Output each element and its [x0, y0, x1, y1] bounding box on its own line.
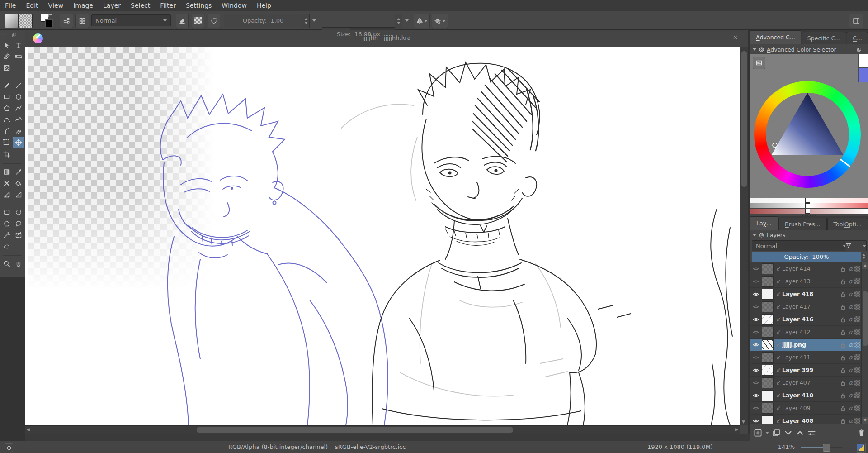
layer-row[interactable]: Layer 417α	[750, 300, 868, 313]
shade-handle[interactable]	[805, 209, 810, 214]
alpha-lock-icon[interactable]: α	[849, 354, 853, 361]
vscroll-thumb[interactable]	[741, 51, 747, 187]
close-document-icon[interactable]	[732, 34, 738, 40]
tab-specificc[interactable]: Specific C...	[802, 32, 846, 44]
layer-visibility-toggle[interactable]	[750, 405, 762, 412]
layer-visibility-toggle[interactable]	[750, 316, 762, 323]
menu-settings[interactable]: Settings	[181, 0, 217, 11]
tool-pattern-edit[interactable]	[1, 62, 12, 73]
layer-thumbnail[interactable]	[762, 314, 774, 325]
zoom-slider-handle[interactable]	[823, 444, 830, 452]
mirror-vertical-button[interactable]	[432, 14, 448, 28]
layer-visibility-toggle[interactable]	[750, 291, 762, 298]
lock-icon[interactable]	[840, 354, 847, 361]
layer-row[interactable]: Layer 413α	[750, 275, 868, 288]
inherit-alpha-icon[interactable]	[854, 405, 860, 411]
alpha-lock-icon[interactable]: α	[849, 303, 853, 310]
shade-selector[interactable]	[750, 198, 868, 215]
tool-freehand-path[interactable]	[13, 114, 24, 125]
swap-colors-icon[interactable]: ⇄	[48, 13, 52, 18]
lock-icon[interactable]	[840, 303, 847, 310]
advanced-color-selector-header[interactable]: Advanced Color Selector	[750, 44, 868, 54]
lock-icon[interactable]	[840, 329, 847, 336]
layers-docker-header[interactable]: Layers	[750, 230, 868, 240]
add-layer-dropdown[interactable]	[765, 432, 769, 434]
layer-visibility-toggle[interactable]	[750, 354, 762, 361]
scroll-down-icon[interactable]: ▼	[742, 420, 745, 424]
inherit-alpha-icon[interactable]	[854, 291, 860, 297]
drag-handle-icon[interactable]: ⋯	[2, 33, 7, 37]
lock-icon[interactable]	[840, 316, 847, 323]
scroll-up-icon[interactable]: ▲	[862, 262, 868, 269]
alpha-lock-icon[interactable]: α	[849, 291, 853, 297]
collapse-icon[interactable]	[753, 234, 756, 236]
close-docker-icon[interactable]	[18, 33, 23, 38]
document-titlebar[interactable]: jjjjjhh - jjjjjhh.kra	[25, 30, 748, 47]
tool-transform[interactable]	[1, 137, 12, 148]
inherit-alpha-icon[interactable]	[854, 380, 860, 386]
collapse-icon[interactable]	[753, 48, 756, 51]
layer-thumbnail[interactable]	[762, 352, 774, 363]
alpha-lock-icon[interactable]: α	[849, 341, 853, 348]
layer-filter-button[interactable]	[845, 240, 867, 251]
tool-dynamic-brush[interactable]	[1, 125, 12, 136]
shade-handle[interactable]	[805, 198, 810, 203]
menu-select[interactable]: Select	[126, 0, 155, 11]
lock-icon[interactable]	[840, 405, 847, 412]
alpha-lock-icon[interactable]: α	[849, 265, 853, 272]
brush-preset-chooser-button[interactable]	[60, 14, 73, 28]
menu-window[interactable]: Window	[217, 0, 252, 11]
layer-row[interactable]: Layer 411α	[750, 351, 868, 364]
tool-assistants[interactable]	[13, 189, 24, 200]
layer-visibility-toggle[interactable]	[750, 265, 762, 272]
layer-row[interactable]: Layer 409α	[750, 402, 868, 415]
tool-polygon[interactable]	[1, 103, 12, 114]
layer-opacity-slider[interactable]: Opacity: 100%	[752, 252, 861, 262]
layer-visibility-toggle[interactable]	[750, 329, 762, 336]
reload-preset-button[interactable]	[208, 14, 220, 28]
layer-visibility-toggle[interactable]	[750, 367, 762, 374]
tool-color-sampler[interactable]	[13, 167, 24, 177]
alpha-lock-icon[interactable]: α	[849, 379, 853, 386]
foreground-swatch[interactable]	[858, 53, 868, 68]
layer-thumbnail[interactable]	[762, 301, 774, 312]
inherit-alpha-icon[interactable]	[854, 354, 860, 360]
tab-advancedc[interactable]: Advanced C...	[750, 30, 801, 44]
inherit-alpha-icon[interactable]	[854, 392, 860, 398]
shade-handle[interactable]	[805, 203, 810, 208]
lock-icon[interactable]	[840, 417, 847, 424]
layer-visibility-toggle[interactable]	[750, 392, 762, 399]
alpha-lock-icon[interactable]: α	[849, 329, 853, 335]
layer-properties-button[interactable]	[807, 429, 816, 437]
lock-icon[interactable]	[840, 291, 847, 298]
layer-visibility-toggle[interactable]	[750, 278, 762, 285]
canvas-horizontal-scrollbar[interactable]: ◀ ▶	[25, 425, 740, 434]
layer-row[interactable]: jjjjj.pngα	[750, 339, 868, 351]
layer-visibility-toggle[interactable]	[750, 417, 762, 424]
inherit-alpha-icon[interactable]	[854, 418, 860, 424]
menu-edit[interactable]: Edit	[21, 0, 43, 11]
sv-triangle[interactable]	[754, 81, 861, 188]
canvas-only-mode-button[interactable]	[856, 443, 866, 453]
inherit-alpha-icon[interactable]	[854, 278, 860, 284]
layer-thumbnail[interactable]	[762, 415, 774, 424]
tool-line[interactable]	[13, 80, 24, 91]
layer-thumbnail[interactable]	[762, 339, 774, 350]
blending-mode-combo[interactable]: Normal	[91, 14, 171, 26]
canvas[interactable]	[25, 47, 740, 425]
layer-opacity-spinbox[interactable]	[861, 252, 867, 261]
tool-calligraphy[interactable]	[1, 51, 12, 62]
tool-polyline[interactable]	[13, 103, 24, 114]
layer-row[interactable]: Layer 410α	[750, 389, 868, 402]
tool-enclose-fill[interactable]	[13, 229, 24, 240]
color-selector-settings-button[interactable]	[753, 57, 765, 69]
layer-row[interactable]: Layer 407α	[750, 377, 868, 389]
menu-layer[interactable]: Layer	[98, 0, 126, 11]
alpha-lock-icon[interactable]: α	[849, 417, 853, 424]
tool-smart-patch[interactable]	[1, 178, 12, 189]
layer-list-scrollbar[interactable]: ▲ ▼	[861, 262, 868, 424]
workspace-chooser-button[interactable]	[849, 14, 863, 28]
layer-thumbnail[interactable]	[762, 365, 774, 376]
hscroll-thumb[interactable]	[197, 427, 513, 433]
pattern-chooser-button[interactable]	[19, 14, 33, 28]
